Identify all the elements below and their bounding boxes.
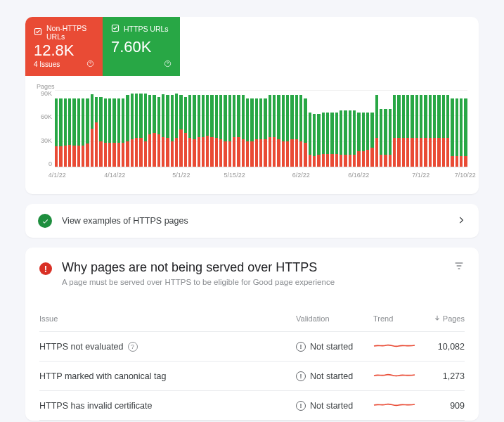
bar-column[interactable] bbox=[198, 90, 200, 167]
bar-column[interactable] bbox=[460, 90, 463, 167]
bar-column[interactable] bbox=[82, 90, 84, 167]
th-pages[interactable]: Pages bbox=[422, 314, 465, 323]
bar-column[interactable] bbox=[277, 90, 280, 167]
bar-column[interactable] bbox=[202, 90, 205, 167]
bar-column[interactable] bbox=[340, 90, 342, 167]
bar-column[interactable] bbox=[375, 90, 378, 167]
bar-column[interactable] bbox=[104, 90, 107, 167]
bar-column[interactable] bbox=[264, 90, 266, 167]
bar-column[interactable] bbox=[353, 90, 356, 167]
bar-column[interactable] bbox=[384, 90, 387, 167]
bar-column[interactable] bbox=[228, 90, 231, 167]
bar-column[interactable] bbox=[273, 90, 276, 167]
bar-column[interactable] bbox=[451, 90, 453, 167]
bar-column[interactable] bbox=[99, 90, 102, 167]
bar-column[interactable] bbox=[437, 90, 440, 167]
bar-column[interactable] bbox=[326, 90, 329, 167]
bar-column[interactable] bbox=[322, 90, 325, 167]
bar-column[interactable] bbox=[313, 90, 316, 167]
bar-column[interactable] bbox=[95, 90, 98, 167]
bar-column[interactable] bbox=[393, 90, 396, 167]
bar-column[interactable] bbox=[397, 90, 400, 167]
bar-column[interactable] bbox=[357, 90, 360, 167]
bar-column[interactable] bbox=[206, 90, 209, 167]
view-examples-row[interactable]: View examples of HTTPS pages bbox=[25, 204, 479, 238]
bar-column[interactable] bbox=[370, 90, 373, 167]
help-icon[interactable] bbox=[86, 60, 94, 69]
bar-column[interactable] bbox=[317, 90, 320, 167]
bar-column[interactable] bbox=[255, 90, 258, 167]
bar-column[interactable] bbox=[135, 90, 138, 167]
bar-column[interactable] bbox=[112, 90, 115, 167]
bar-column[interactable] bbox=[269, 90, 271, 167]
tile-non-https[interactable]: Non-HTTPS URLs 12.8K 4 Issues bbox=[25, 17, 103, 76]
bar-column[interactable] bbox=[237, 90, 240, 167]
bar-column[interactable] bbox=[188, 90, 191, 167]
help-icon[interactable]: ? bbox=[128, 342, 138, 352]
bar-column[interactable] bbox=[184, 90, 187, 167]
bar-column[interactable] bbox=[429, 90, 432, 167]
bar-column[interactable] bbox=[139, 90, 142, 167]
bar-column[interactable] bbox=[210, 90, 213, 167]
bar-column[interactable] bbox=[224, 90, 226, 167]
bar-column[interactable] bbox=[286, 90, 289, 167]
bar-column[interactable] bbox=[72, 90, 75, 167]
bar-column[interactable] bbox=[362, 90, 365, 167]
bar-column[interactable] bbox=[157, 90, 160, 167]
bar-column[interactable] bbox=[349, 90, 351, 167]
bar-column[interactable] bbox=[282, 90, 285, 167]
bar-column[interactable] bbox=[389, 90, 392, 167]
bar-column[interactable] bbox=[433, 90, 436, 167]
table-row[interactable]: HTTP marked with canonical tag!Not start… bbox=[39, 362, 465, 391]
bar-column[interactable] bbox=[122, 90, 124, 167]
bar-column[interactable] bbox=[148, 90, 151, 167]
bar-column[interactable] bbox=[366, 90, 369, 167]
bar-column[interactable] bbox=[59, 90, 62, 167]
bar-column[interactable] bbox=[304, 90, 306, 167]
bar-column[interactable] bbox=[259, 90, 262, 167]
bar-column[interactable] bbox=[233, 90, 235, 167]
bar-column[interactable] bbox=[299, 90, 302, 167]
bar-column[interactable] bbox=[144, 90, 147, 167]
bar-column[interactable] bbox=[108, 90, 111, 167]
bar-column[interactable] bbox=[153, 90, 155, 167]
bar-column[interactable] bbox=[424, 90, 427, 167]
bar-column[interactable] bbox=[77, 90, 80, 167]
help-icon[interactable] bbox=[164, 60, 172, 69]
bar-column[interactable] bbox=[290, 90, 293, 167]
bar-column[interactable] bbox=[166, 90, 169, 167]
bar-column[interactable] bbox=[380, 90, 382, 167]
bar-column[interactable] bbox=[344, 90, 347, 167]
table-row[interactable]: HTTPS not evaluated?!Not started10,082 bbox=[39, 332, 465, 362]
bar-column[interactable] bbox=[446, 90, 449, 167]
bar-column[interactable] bbox=[415, 90, 418, 167]
tile-https[interactable]: HTTPS URLs 7.60K bbox=[103, 17, 180, 76]
table-row[interactable]: HTTPS has invalid certificate!Not starte… bbox=[39, 391, 465, 421]
bar-column[interactable] bbox=[162, 90, 164, 167]
bar-column[interactable] bbox=[131, 90, 134, 167]
bar-column[interactable] bbox=[179, 90, 182, 167]
bar-column[interactable] bbox=[219, 90, 222, 167]
bar-column[interactable] bbox=[55, 90, 58, 167]
bar-column[interactable] bbox=[246, 90, 249, 167]
bar-column[interactable] bbox=[64, 90, 67, 167]
bar-column[interactable] bbox=[68, 90, 71, 167]
bar-column[interactable] bbox=[309, 90, 311, 167]
bar-column[interactable] bbox=[193, 90, 195, 167]
bar-column[interactable] bbox=[420, 90, 422, 167]
bar-column[interactable] bbox=[171, 90, 174, 167]
bar-column[interactable] bbox=[175, 90, 178, 167]
bar-column[interactable] bbox=[406, 90, 409, 167]
bar-column[interactable] bbox=[335, 90, 338, 167]
bar-column[interactable] bbox=[250, 90, 253, 167]
bar-column[interactable] bbox=[91, 90, 93, 167]
bar-column[interactable] bbox=[126, 90, 129, 167]
bar-column[interactable] bbox=[215, 90, 218, 167]
bar-column[interactable] bbox=[402, 90, 405, 167]
bar-column[interactable] bbox=[411, 90, 413, 167]
bar-column[interactable] bbox=[242, 90, 245, 167]
bar-column[interactable] bbox=[442, 90, 445, 167]
filter-icon[interactable] bbox=[453, 260, 465, 274]
bar-column[interactable] bbox=[455, 90, 458, 167]
bar-column[interactable] bbox=[117, 90, 120, 167]
